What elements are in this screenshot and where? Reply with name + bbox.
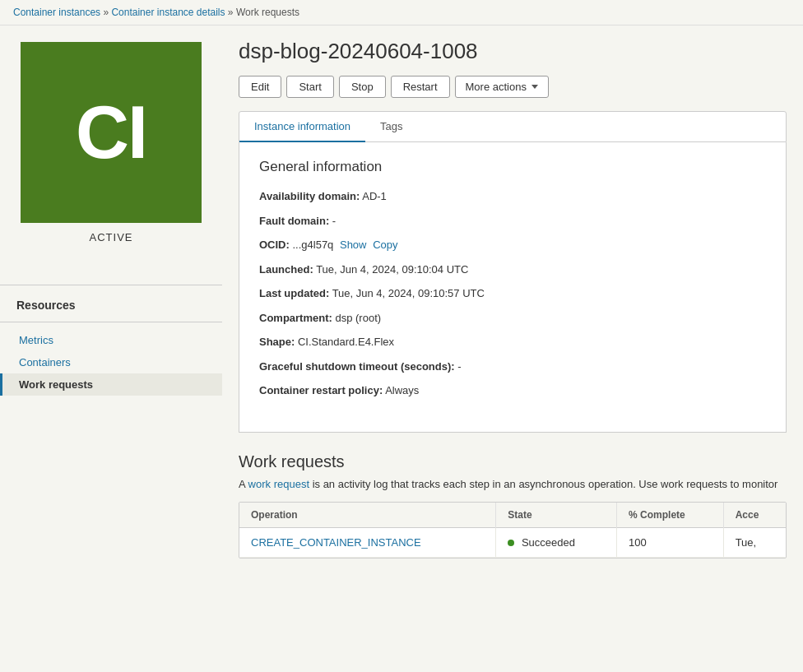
ocid-copy-link[interactable]: Copy: [373, 239, 397, 251]
row-state-value: Succeeded: [522, 536, 575, 549]
col-percent-complete: % Complete: [617, 503, 724, 528]
info-last-updated: Last updated: Tue, Jun 4, 2024, 09:10:57…: [259, 285, 766, 302]
edit-button[interactable]: Edit: [239, 76, 281, 98]
info-fault-domain-label: Fault domain:: [259, 215, 329, 227]
restart-button[interactable]: Restart: [391, 76, 450, 98]
info-ocid-value: ...g4l57q: [292, 239, 333, 251]
table-header-row: Operation State % Complete Acce: [239, 503, 786, 528]
info-last-updated-value: Tue, Jun 4, 2024, 09:10:57 UTC: [332, 287, 485, 299]
main-content: dsp-blog-20240604-1008 Edit Start Stop R…: [222, 25, 803, 670]
more-actions-label: More actions: [466, 81, 527, 93]
info-fault-domain-value: -: [332, 215, 336, 227]
col-state: State: [496, 503, 617, 528]
info-availability-domain-value: AD-1: [362, 190, 387, 202]
work-requests-title: Work requests: [239, 452, 787, 471]
sidebar-item-work-requests[interactable]: Work requests: [0, 373, 222, 396]
breadcrumb-sep-1: »: [103, 7, 111, 18]
status-dot-succeeded: [508, 540, 514, 546]
breadcrumb-current: Work requests: [236, 7, 299, 18]
work-request-link[interactable]: work request: [248, 478, 309, 490]
sidebar: CI ACTIVE Resources Metrics Containers W…: [0, 25, 222, 670]
info-ocid: OCID: ...g4l57q Show Copy: [259, 237, 766, 253]
col-accepted: Acce: [723, 503, 786, 528]
tab-instance-information[interactable]: Instance information: [239, 112, 365, 142]
sidebar-item-metrics[interactable]: Metrics: [0, 329, 222, 351]
work-requests-desc-a: A: [239, 478, 245, 490]
logo-text: CI: [76, 90, 146, 175]
instance-info-panel: General information Availability domain:…: [239, 142, 787, 433]
info-shutdown-timeout-label: Graceful shutdown timeout (seconds):: [259, 360, 455, 373]
sidebar-item-containers[interactable]: Containers: [0, 351, 222, 373]
work-requests-desc: A work request is an activity log that t…: [239, 478, 787, 490]
action-bar: Edit Start Stop Restart More actions: [239, 76, 787, 98]
info-shape: Shape: CI.Standard.E4.Flex: [259, 334, 766, 350]
breadcrumb: Container instances » Container instance…: [0, 0, 803, 25]
row-state: Succeeded: [496, 527, 617, 557]
info-restart-policy-value: Always: [385, 384, 419, 396]
info-shutdown-timeout: Graceful shutdown timeout (seconds): -: [259, 359, 766, 375]
info-compartment-label: Compartment:: [259, 312, 332, 324]
ci-status: ACTIVE: [90, 231, 133, 243]
more-actions-button[interactable]: More actions: [455, 76, 549, 98]
row-accepted-date: Tue,: [723, 527, 786, 557]
info-ocid-label: OCID:: [259, 239, 290, 251]
table-row: CREATE_CONTAINER_INSTANCE Succeeded 100 …: [239, 527, 786, 557]
work-requests-table: Operation State % Complete Acce CREATE_C…: [239, 503, 786, 558]
breadcrumb-sep-2: »: [228, 7, 236, 18]
tabs-bar: Instance information Tags: [239, 111, 787, 142]
info-launched-label: Launched:: [259, 263, 313, 276]
work-requests-desc-rest: is an activity log that tracks each step…: [313, 478, 778, 490]
general-info-title: General information: [259, 159, 766, 175]
info-compartment-value: dsp (root): [335, 312, 381, 324]
tab-tags[interactable]: Tags: [365, 112, 417, 142]
breadcrumb-container-instances[interactable]: Container instances: [13, 7, 100, 18]
info-compartment: Compartment: dsp (root): [259, 310, 766, 327]
breadcrumb-container-instance-details[interactable]: Container instance details: [111, 7, 225, 18]
info-restart-policy: Container restart policy: Always: [259, 382, 766, 399]
info-fault-domain: Fault domain: -: [259, 213, 766, 229]
row-operation: CREATE_CONTAINER_INSTANCE: [239, 527, 496, 557]
sidebar-divider: [0, 322, 222, 322]
info-last-updated-label: Last updated:: [259, 287, 329, 299]
operation-link[interactable]: CREATE_CONTAINER_INSTANCE: [251, 536, 421, 549]
info-shutdown-timeout-value: -: [457, 360, 461, 373]
info-shape-label: Shape:: [259, 336, 295, 348]
sidebar-resources: Resources Metrics Containers Work reques…: [0, 285, 222, 396]
sidebar-resources-title: Resources: [0, 299, 222, 322]
info-availability-domain-label: Availability domain:: [259, 190, 360, 202]
info-launched-value: Tue, Jun 4, 2024, 09:10:04 UTC: [316, 263, 468, 276]
info-availability-domain: Availability domain: AD-1: [259, 188, 766, 205]
info-launched: Launched: Tue, Jun 4, 2024, 09:10:04 UTC: [259, 262, 766, 278]
col-operation: Operation: [239, 503, 496, 528]
info-restart-policy-label: Container restart policy:: [259, 384, 383, 396]
chevron-down-icon: [531, 85, 538, 89]
work-requests-table-container: Operation State % Complete Acce CREATE_C…: [239, 502, 787, 558]
start-button[interactable]: Start: [286, 76, 333, 98]
info-shape-value: CI.Standard.E4.Flex: [298, 336, 394, 348]
stop-button[interactable]: Stop: [339, 76, 386, 98]
row-percent-complete: 100: [617, 527, 724, 557]
page-title: dsp-blog-20240604-1008: [239, 39, 787, 64]
ocid-show-link[interactable]: Show: [340, 239, 367, 251]
ci-logo: CI: [21, 42, 202, 223]
